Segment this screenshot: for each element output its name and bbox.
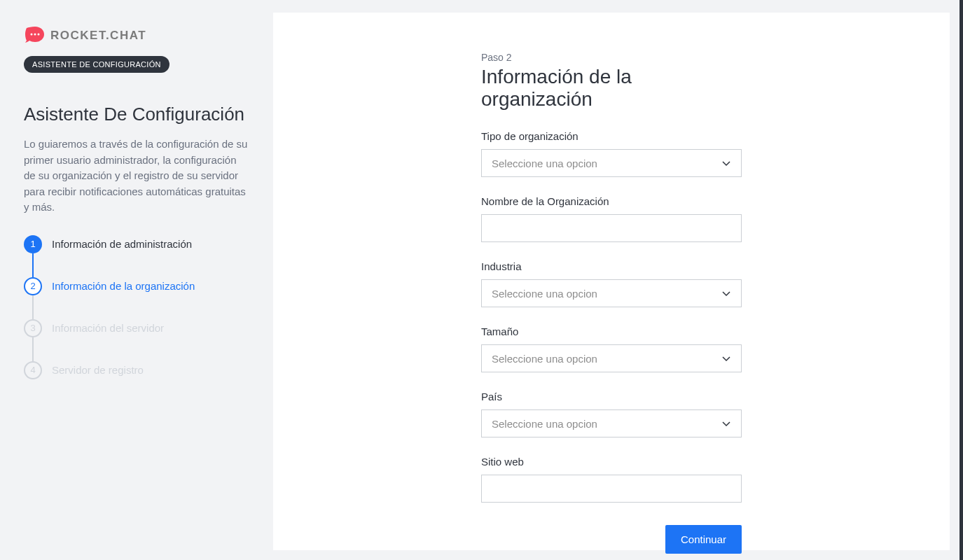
logo-icon [24, 25, 45, 46]
logo: ROCKET.CHAT [24, 25, 249, 46]
label-org-name: Nombre de la Organización [481, 195, 742, 207]
chevron-down-icon [721, 158, 731, 168]
field-org-type: Tipo de organización Seleccione una opci… [481, 130, 742, 177]
form-title: Información de la organización [481, 66, 742, 111]
chevron-down-icon [721, 419, 731, 428]
step-label: Información de la organización [52, 280, 195, 292]
select-industry[interactable]: Seleccione una opcion [481, 279, 742, 307]
field-industry: Industria Seleccione una opcion [481, 260, 742, 307]
svg-point-2 [38, 34, 40, 36]
step-label: Información del servidor [52, 322, 164, 334]
form-container: Paso 2 Información de la organización Ti… [273, 13, 950, 554]
select-placeholder: Seleccione una opcion [492, 353, 597, 365]
label-country: País [481, 391, 742, 402]
select-country[interactable]: Seleccione una opcion [481, 410, 742, 438]
step-number: 3 [24, 319, 42, 337]
svg-point-1 [34, 34, 36, 36]
select-org-type[interactable]: Seleccione una opcion [481, 149, 742, 177]
sidebar: ROCKET.CHAT ASISTENTE DE CONFIGURACIÓN A… [0, 0, 273, 560]
field-website: Sitio web [481, 456, 742, 503]
wizard-badge: ASISTENTE DE CONFIGURACIÓN [24, 56, 169, 73]
label-org-type: Tipo de organización [481, 130, 742, 142]
sidebar-description: Lo guiaremos a través de la configuració… [24, 136, 249, 216]
sidebar-title: Asistente De Configuración [24, 104, 249, 125]
input-website[interactable] [481, 475, 742, 503]
select-placeholder: Seleccione una opcion [492, 158, 597, 169]
chevron-down-icon [721, 288, 731, 298]
step-label: Información de administración [52, 238, 192, 250]
button-row: Continuar [481, 525, 742, 554]
wizard-steps: 1 Información de administración 2 Inform… [24, 235, 249, 379]
step-registration: 4 Servidor de registro [24, 361, 249, 379]
label-website: Sitio web [481, 456, 742, 468]
select-placeholder: Seleccione una opcion [492, 418, 597, 430]
input-org-name[interactable] [481, 214, 742, 242]
field-org-name: Nombre de la Organización [481, 195, 742, 242]
step-label: Servidor de registro [52, 364, 144, 376]
step-number: 4 [24, 361, 42, 379]
continue-button[interactable]: Continuar [665, 525, 742, 554]
select-placeholder: Seleccione una opcion [492, 288, 597, 300]
step-indicator: Paso 2 [481, 52, 742, 63]
select-size[interactable]: Seleccione una opcion [481, 344, 742, 372]
chevron-down-icon [721, 354, 731, 363]
label-size: Tamaño [481, 326, 742, 337]
main-card: Paso 2 Información de la organización Ti… [273, 13, 950, 550]
label-industry: Industria [481, 260, 742, 272]
right-edge-decoration [959, 0, 963, 560]
field-size: Tamaño Seleccione una opcion [481, 326, 742, 372]
step-number: 1 [24, 235, 42, 253]
svg-point-0 [31, 34, 33, 36]
step-number: 2 [24, 277, 42, 295]
step-org-info[interactable]: 2 Información de la organización [24, 277, 249, 295]
step-server-info: 3 Información del servidor [24, 319, 249, 337]
step-admin-info[interactable]: 1 Información de administración [24, 235, 249, 253]
logo-text: ROCKET.CHAT [50, 29, 146, 43]
field-country: País Seleccione una opcion [481, 391, 742, 438]
